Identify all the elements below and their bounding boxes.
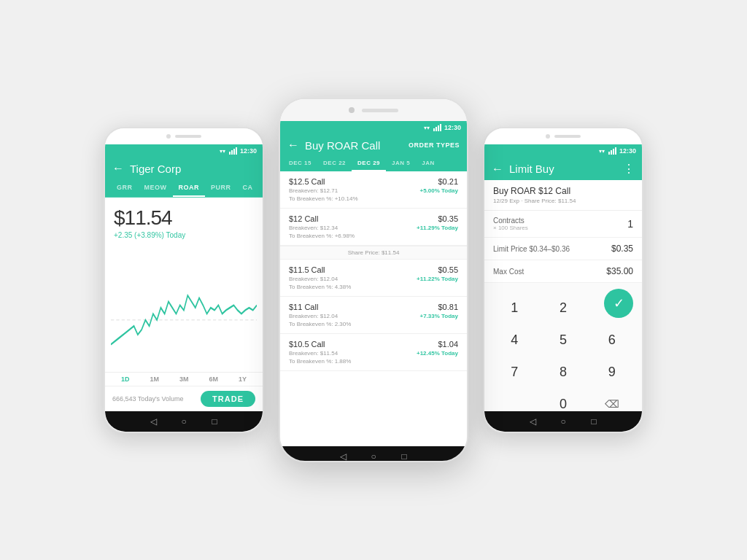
- time-3: 12:30: [619, 147, 636, 155]
- nav-home-3[interactable]: ○: [558, 416, 568, 427]
- nav-recent-2[interactable]: □: [399, 451, 409, 462]
- nav-recent-3[interactable]: □: [589, 416, 599, 427]
- date-dec15[interactable]: DEC 15: [283, 156, 317, 171]
- stock-chart: [105, 244, 263, 372]
- speaker-right: [554, 135, 581, 138]
- date-jan[interactable]: JAN: [416, 156, 441, 171]
- nav-back-3[interactable]: ◁: [527, 416, 538, 427]
- status-bar-2: ▾▾ 12:30: [280, 121, 467, 134]
- option-115-call[interactable]: $11.5 Call $0.55 Breakeven: $12.04 +11.2…: [280, 260, 467, 297]
- nav-home-1[interactable]: ○: [179, 416, 189, 427]
- max-cost-value: $35.00: [606, 266, 633, 276]
- camera-right: [546, 134, 550, 139]
- ticker-tabs: GRR MEOW ROAR PURR CA: [105, 179, 263, 198]
- option-125-call[interactable]: $12.5 Call $0.21 Breakeven: $12.71 +5.00…: [280, 171, 467, 209]
- limit-price-label: Limit Price $0.34–$0.36: [493, 245, 570, 253]
- nav-home-2[interactable]: ○: [368, 451, 379, 462]
- tab-roar[interactable]: ROAR: [173, 179, 206, 197]
- status-icons-3: ▾▾: [599, 147, 616, 155]
- more-options-icon[interactable]: ⋮: [623, 162, 635, 176]
- back-arrow-1[interactable]: ←: [112, 162, 124, 175]
- option-11-name: $11 Call: [289, 303, 318, 311]
- contracts-value[interactable]: 1: [627, 218, 633, 230]
- stock-price: $11.54: [114, 206, 254, 230]
- signal-bar-c3: [438, 125, 439, 131]
- date-dec22[interactable]: DEC 22: [317, 156, 352, 171]
- numpad-0[interactable]: 0: [539, 388, 588, 411]
- signal-bar-r1: [608, 152, 610, 155]
- limit-price-field[interactable]: Limit Price $0.34–$0.36 $0.35: [484, 238, 642, 260]
- limit-buy-title: Limit Buy: [509, 163, 617, 175]
- numpad-2[interactable]: 2: [539, 292, 588, 324]
- option-115-price: $0.55: [438, 265, 458, 274]
- back-arrow-2[interactable]: ←: [287, 139, 299, 152]
- option-105-call[interactable]: $10.5 Call $1.04 Breakeven: $11.54 +12.4…: [280, 334, 467, 371]
- option-115-detail1: Breakeven: $12.04: [289, 276, 338, 282]
- numpad-9[interactable]: 9: [587, 356, 636, 388]
- buy-info-section: Buy ROAR $12 Call 12/29 Exp · Share Pric…: [484, 180, 642, 211]
- period-6m[interactable]: 6M: [209, 376, 218, 383]
- nav-back-1[interactable]: ◁: [148, 416, 158, 427]
- period-1m[interactable]: 1M: [150, 376, 159, 383]
- period-1d[interactable]: 1D: [121, 376, 130, 383]
- wifi-icon-1: ▾▾: [220, 148, 225, 155]
- numpad-1[interactable]: 1: [490, 292, 539, 324]
- order-types-button[interactable]: ORDER TYPES: [409, 141, 460, 149]
- option-105-name: $10.5 Call: [289, 340, 325, 349]
- phone-notch-left: [105, 128, 263, 144]
- signal-bar-r4: [615, 147, 616, 155]
- option-125-name: $12.5 Call: [289, 177, 325, 186]
- tab-meow[interactable]: MEOW: [139, 179, 173, 197]
- trade-button[interactable]: TRADE: [201, 391, 255, 407]
- period-1y[interactable]: 1Y: [239, 376, 247, 383]
- nav-back-2[interactable]: ◁: [338, 451, 348, 462]
- signal-bar-c2: [436, 127, 437, 131]
- option-115-name: $11.5 Call: [289, 265, 325, 274]
- phone-tiger-corp: ▾▾ 12:30 ← Tiger Corp GRR MEOW: [104, 127, 264, 433]
- center-speaker: [362, 109, 398, 112]
- period-3m[interactable]: 3M: [179, 376, 189, 383]
- contracts-sublabel: × 100 Shares: [493, 225, 528, 231]
- options-list: $12.5 Call $0.21 Breakeven: $12.71 +5.00…: [280, 171, 467, 446]
- numpad-6[interactable]: 6: [587, 324, 636, 356]
- limit-price-value[interactable]: $0.35: [611, 244, 633, 254]
- contracts-field[interactable]: Contracts × 100 Shares 1: [484, 211, 642, 238]
- phone-notch-right: [484, 128, 642, 144]
- option-11-price: $0.81: [438, 303, 458, 311]
- date-jan5[interactable]: JAN 5: [386, 156, 416, 171]
- numpad-8[interactable]: 8: [539, 356, 588, 388]
- numpad-4[interactable]: 4: [490, 324, 539, 356]
- signal-bar-1: [229, 152, 231, 155]
- option-115-change: +11.22% Today: [417, 276, 458, 282]
- numpad-5[interactable]: 5: [539, 324, 588, 356]
- date-dec29[interactable]: DEC 29: [352, 156, 386, 171]
- signal-bar-3: [233, 149, 235, 155]
- center-camera: [349, 107, 355, 113]
- bottom-nav-2: ◁ ○ □: [280, 446, 467, 462]
- signal-bar-c1: [433, 128, 435, 131]
- option-125-price: $0.21: [438, 177, 458, 186]
- option-11-call[interactable]: $11 Call $0.81 Breakeven: $12.04 +7.33% …: [280, 297, 467, 334]
- confirm-button[interactable]: ✓: [604, 289, 633, 318]
- tab-grr[interactable]: GRR: [111, 179, 139, 197]
- buy-info-title: Buy ROAR $12 Call: [493, 186, 633, 196]
- signal-bar-r2: [611, 150, 612, 155]
- status-icons-2: ▾▾: [424, 124, 441, 131]
- tab-purr[interactable]: PURR: [205, 179, 237, 197]
- option-12-name: $12 Call: [289, 214, 318, 223]
- option-105-detail1: Breakeven: $11.54: [289, 350, 338, 357]
- option-12-call[interactable]: $12 Call $0.35 Breakeven: $12.34 +11.29%…: [280, 209, 467, 246]
- speaker-left: [175, 135, 201, 138]
- numpad-7[interactable]: 7: [490, 356, 539, 388]
- phone-limit-buy: ▾▾ 12:30 ← Limit Buy ⋮: [483, 127, 643, 433]
- back-arrow-3[interactable]: ←: [492, 163, 503, 176]
- nav-recent-1[interactable]: □: [209, 416, 220, 427]
- option-125-change: +5.00% Today: [419, 187, 458, 194]
- status-bar-1: ▾▾ 12:30: [105, 144, 263, 158]
- tab-ca[interactable]: CA: [237, 179, 259, 197]
- tiger-corp-title: Tiger Corp: [130, 163, 255, 175]
- numpad-container: ✓ 1 2 3 4 5 6 7 8 9 0 ⌫: [484, 283, 642, 411]
- option-105-change: +12.45% Today: [417, 350, 458, 357]
- numpad-backspace[interactable]: ⌫: [587, 388, 636, 411]
- signal-bar-r3: [613, 149, 614, 155]
